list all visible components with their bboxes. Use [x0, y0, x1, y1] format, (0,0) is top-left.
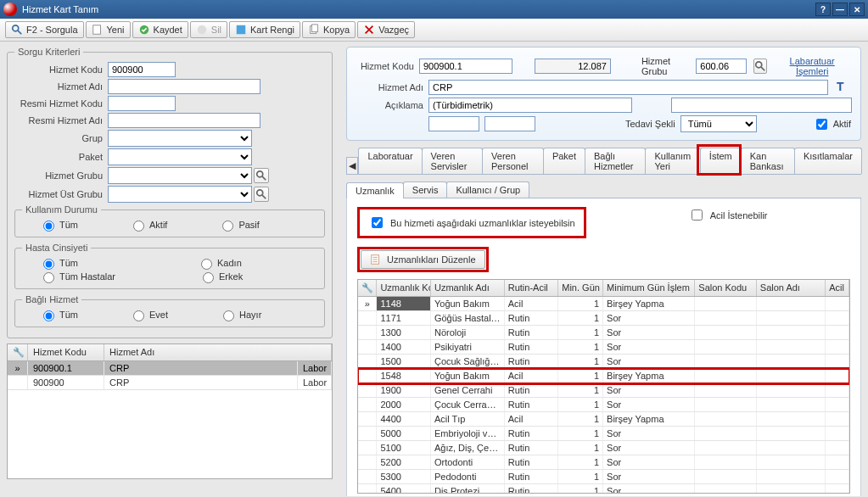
tab-i-stem[interactable]: İstem: [700, 148, 742, 174]
tab-paket[interactable]: Paket: [543, 148, 585, 174]
hizmet-adi-input[interactable]: [108, 79, 260, 94]
subtab-servis[interactable]: Servis: [403, 181, 448, 198]
tab-veren-servisler[interactable]: Veren Servisler: [422, 148, 483, 174]
tab-kan-bankas-[interactable]: Kan Bankası: [741, 148, 795, 174]
kart-rengi-button[interactable]: Kart Rengi: [229, 21, 300, 38]
gh-ra[interactable]: Rutin-Acil: [505, 280, 559, 296]
acil-istenebilir-checkbox[interactable]: Acil İstenebilir: [688, 207, 768, 223]
label-hizmet-kodu: Hizmet Kodu: [14, 64, 108, 75]
uzmanlik-grid: 🔧 Uzmanlık Kodu Uzmanlık Adı Rutin-Acil …: [357, 279, 850, 494]
sil-button[interactable]: Sil: [190, 21, 227, 38]
hizmet-ust-grubu-select[interactable]: [108, 186, 252, 203]
hizmet-grubu-lookup[interactable]: [254, 168, 269, 183]
cell-salon-adi: [757, 355, 826, 368]
cell-rutin-acil: Rutin: [505, 441, 559, 455]
yeni-button[interactable]: Yeni: [86, 21, 131, 38]
resmi-kodu-input[interactable]: [108, 96, 176, 111]
gh-skod[interactable]: Salon Kodu: [695, 280, 756, 296]
grid-row[interactable]: » 1148 Yoğun Bakım Acil 1 Birşey Yapma: [358, 297, 849, 311]
cell-min-gun: 1: [558, 340, 603, 354]
tab-veren-personel[interactable]: Veren Personel: [482, 148, 544, 174]
bagli-tum[interactable]: Tüm: [39, 308, 78, 321]
gh-ad[interactable]: Uzmanlık Adı: [431, 280, 505, 296]
resmi-adi-input[interactable]: [108, 113, 260, 128]
cinsiyet-tum-hastalar[interactable]: Tüm Hastalar: [39, 270, 115, 283]
bagli-evet[interactable]: Evet: [129, 308, 168, 321]
text-format-icon[interactable]: T: [837, 80, 852, 95]
minimize-button[interactable]: —: [832, 3, 848, 16]
d-hizmet-grubu-lookup[interactable]: [753, 59, 767, 74]
help-button[interactable]: ?: [815, 3, 831, 16]
th-kod[interactable]: Hizmet Kodu: [28, 344, 104, 360]
grid-row[interactable]: 5100 Ağız, Diş, Çene... Rutin 1 Sor: [358, 441, 849, 455]
cell-min-gun: 1: [558, 441, 603, 455]
vazgec-button[interactable]: Vazgeç: [357, 21, 415, 38]
d-hizmet-grubu-text[interactable]: Labaratuar İşemleri: [772, 55, 852, 77]
grid-row[interactable]: 4400 Acil Tıp Acil 1 Birşey Yapma: [358, 412, 849, 427]
cinsiyet-erkek[interactable]: Erkek: [199, 270, 243, 283]
gh-kod[interactable]: Uzmanlık Kodu: [377, 280, 431, 296]
hizmet-kodu-input[interactable]: [108, 62, 176, 77]
grid-wrench-header[interactable]: 🔧: [358, 280, 377, 296]
kopya-button[interactable]: Kopya: [302, 21, 356, 38]
grid-row[interactable]: 5400 Diş Protezi Rutin 1 Sor: [358, 484, 849, 494]
tab-scroll-left[interactable]: ◀: [346, 157, 358, 174]
d-extra1-input[interactable]: [428, 116, 479, 131]
label-resmi-adi: Resmi Hizmet Adı: [14, 115, 108, 126]
d-aciklama2-input[interactable]: [671, 98, 852, 113]
aktif-checkbox[interactable]: Aktif: [813, 116, 851, 132]
gh-sad[interactable]: Salon Adı: [757, 280, 826, 296]
kaydet-button[interactable]: Kaydet: [132, 21, 188, 38]
grid-row[interactable]: 1548 Yoğun Bakım Acil 1 Birşey Yapma: [358, 369, 849, 383]
svg-line-1: [18, 31, 21, 34]
close-button[interactable]: ✕: [849, 3, 865, 16]
grid-row[interactable]: 1300 Nöroloji Rutin 1 Sor: [358, 326, 849, 340]
gh-min[interactable]: Min. Gün: [558, 280, 603, 296]
d-hizmet-adi-input[interactable]: [428, 80, 828, 95]
grid-row[interactable]: 5000 Embriyoloji ve ... Rutin 1 Sor: [358, 427, 849, 441]
d-hizmet-kodu-input[interactable]: [419, 59, 512, 74]
kullanim-pasif[interactable]: Pasif: [218, 218, 259, 232]
label-d-hizmet-grubu: Hizmet Grubu: [641, 56, 691, 76]
tab-ba-l-hizmetler[interactable]: Bağlı Hizmetler: [585, 148, 646, 174]
cinsiyet-tum[interactable]: Tüm: [39, 256, 78, 270]
th-ad[interactable]: Hizmet Adı: [104, 344, 332, 360]
grid-row[interactable]: 1400 Psikiyatri Rutin 1 Sor: [358, 340, 849, 355]
row-marker: [358, 383, 377, 397]
kullanim-aktif[interactable]: Aktif: [129, 218, 167, 232]
tab-kullan-m-yeri[interactable]: Kullanım Yeri: [645, 148, 700, 174]
d-aciklama-input[interactable]: [428, 98, 632, 113]
subtab-kullan-c-grup[interactable]: Kullanıcı / Grup: [446, 181, 529, 198]
grid-row[interactable]: 5200 Ortodonti Rutin 1 Sor: [358, 455, 849, 470]
table-row[interactable]: 900900 CRP Labor: [8, 376, 332, 390]
cell-ad: Nöroloji: [431, 326, 505, 339]
cinsiyet-kadin[interactable]: Kadın: [197, 256, 242, 270]
kullanim-tum[interactable]: Tüm: [39, 218, 78, 232]
d-hizmet-grubu-input[interactable]: [696, 59, 747, 74]
gh-islem[interactable]: Minimum Gün İşlem: [603, 280, 695, 296]
grup-select[interactable]: [108, 130, 252, 147]
grid-row[interactable]: 1171 Göğüs Hastalık... Rutin 1 Sor: [358, 311, 849, 326]
hizmet-ust-grubu-lookup[interactable]: [254, 187, 269, 202]
gh-acil[interactable]: Acil: [826, 280, 849, 296]
d-extra2-input[interactable]: [484, 116, 535, 131]
tab-laboratuar[interactable]: Laboratuar: [358, 148, 422, 174]
grid-row[interactable]: 5300 Pedodonti Rutin 1 Sor: [358, 470, 849, 484]
tab-k-s-tlamalar[interactable]: Kısıtlamalar: [794, 148, 862, 174]
uzmanlik-isteyebilsin-checkbox[interactable]: Bu hizmeti aşağıdaki uzmanlıklar isteyeb…: [368, 215, 575, 231]
table-row[interactable]: » 900900.1 CRP Labor: [8, 361, 332, 376]
grid-row[interactable]: 2000 Çocuk Cerrahisi Rutin 1 Sor: [358, 398, 849, 412]
uzmanliklari-duzenle-button[interactable]: Uzmanlıkları Düzenle: [361, 250, 485, 269]
cell-islem: Birşey Yapma: [603, 297, 695, 310]
subtab-uzmanl-k[interactable]: Uzmanlık: [346, 182, 404, 198]
d-tedavi-select[interactable]: Tümü: [680, 115, 757, 132]
hizmet-grubu-select[interactable]: [108, 167, 252, 184]
sorgula-button[interactable]: F2 - Sorgula: [5, 21, 84, 38]
cell-salon-kodu: [695, 297, 756, 310]
bagli-hayir[interactable]: Hayır: [219, 308, 261, 321]
grid-row[interactable]: 1500 Çocuk Sağlığı ... Rutin 1 Sor: [358, 355, 849, 369]
wrench-header[interactable]: 🔧: [8, 344, 28, 360]
bagli-hizmet-fieldset: Bağlı Hizmet Tüm Evet Hayır: [14, 294, 325, 327]
grid-row[interactable]: 1900 Genel Cerrahi Rutin 1 Sor: [358, 383, 849, 398]
paket-select[interactable]: [108, 148, 252, 165]
